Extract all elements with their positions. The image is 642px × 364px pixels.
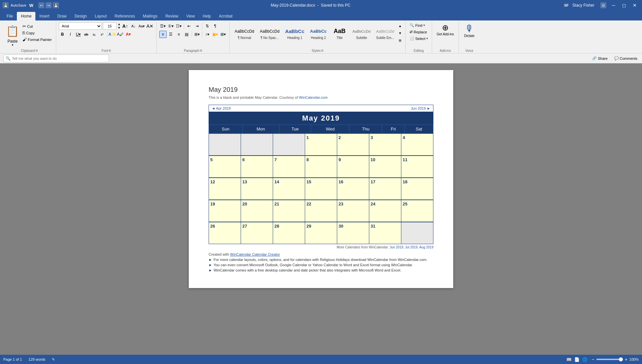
sort-button[interactable]: ⇅ (204, 22, 211, 30)
font-family-selector[interactable]: Arial (59, 22, 102, 30)
subscript-button[interactable]: x₂ (91, 31, 98, 38)
columns-button[interactable]: ⊞▾ (193, 31, 201, 38)
show-marks-button[interactable]: ¶ (212, 22, 219, 30)
font-size-shrink-button[interactable]: ▼ (118, 26, 121, 30)
align-left-button[interactable]: ≡ (159, 31, 167, 38)
para-expand-icon[interactable]: ⧉ (200, 49, 202, 53)
tab-layout[interactable]: Layout (91, 12, 111, 20)
status-left: Page 1 of 1 129 words ✎ (3, 357, 55, 362)
zoom-out-button[interactable]: − (591, 357, 594, 362)
copy-button[interactable]: ⎘ Copy (21, 30, 53, 36)
style-title[interactable]: AaB Title (330, 25, 349, 41)
style-nospace-label: ¶ No Spac... (261, 36, 279, 40)
courtesy-link[interactable]: WinCalendar.com (299, 95, 328, 99)
search-input[interactable] (12, 56, 107, 60)
text-effects-button[interactable]: A✨ (109, 31, 116, 38)
font-size-grow-button[interactable]: ▲ (118, 22, 121, 26)
font-grow-button[interactable]: A↑ (122, 22, 129, 30)
multilevel-button[interactable]: ☷▾ (175, 22, 182, 30)
tab-help[interactable]: Help (199, 12, 215, 20)
tab-home[interactable]: Home (17, 12, 35, 20)
zoom-in-button[interactable]: + (625, 357, 627, 362)
jun2019-link[interactable]: Jun 2019 (390, 245, 403, 249)
zoom-slider[interactable] (596, 359, 623, 360)
read-mode-button[interactable]: 📖 (566, 356, 572, 363)
cut-button[interactable]: ✂ Cut (21, 23, 53, 29)
redo-icon[interactable]: ↪ (46, 2, 52, 8)
styles-scroll-down[interactable]: ▼ (397, 30, 403, 36)
created-link[interactable]: WinCalendar Calendar Creator (230, 252, 280, 256)
get-addins-button[interactable]: ⊕ Get Add-ins (435, 22, 456, 37)
bold-button[interactable]: B (59, 31, 66, 38)
table-row: 1 (305, 134, 337, 156)
comments-button[interactable]: 💬 Comments (613, 55, 639, 61)
dictate-button[interactable]: 🎙 Dictate (461, 22, 477, 38)
paste-dropdown[interactable]: ▼ (11, 44, 14, 47)
underline-button[interactable]: U▾ (75, 31, 82, 38)
style-nospace[interactable]: AaBbCcDd ¶ No Spac... (258, 25, 282, 41)
decrease-indent-button[interactable]: ⇤ (185, 22, 193, 30)
tab-acrobat[interactable]: Acrobat (215, 12, 236, 20)
style-heading1-label: Heading 1 (287, 36, 302, 40)
share-button[interactable]: 🔗 Share (591, 55, 609, 61)
tab-view[interactable]: View (182, 12, 199, 20)
style-heading2[interactable]: AaBbCc Heading 2 (308, 25, 329, 41)
tab-insert[interactable]: Insert (35, 12, 53, 20)
undo-icon[interactable]: ↩ (38, 2, 44, 8)
styles-expand[interactable]: ⊞ (397, 37, 403, 44)
superscript-button[interactable]: x² (99, 31, 106, 38)
find-button[interactable]: 🔍 Find ▾ (408, 22, 429, 28)
font-shrink-button[interactable]: A↓ (130, 22, 137, 30)
increase-indent-button[interactable]: ⇥ (193, 22, 201, 30)
right-tools: 🔗 Share 💬 Comments (591, 55, 639, 61)
styles-container: AaBbCcDd ¶ Normal AaBbCcDd ¶ No Spac... … (232, 22, 403, 44)
style-title-label: Title (337, 36, 343, 40)
style-subtitle[interactable]: AaBbCcDd Subtitle (350, 25, 373, 41)
aug2019-link[interactable]: Aug 2019 (419, 245, 433, 249)
justify-button[interactable]: ▤ (183, 31, 190, 38)
font-size-input[interactable] (103, 22, 117, 30)
title-bar-left: 💾 AutoSave W ↩ ↪ 💾 (3, 2, 59, 8)
style-subtleem[interactable]: AaBbCcDd Subtle Em... (374, 25, 396, 41)
format-painter-button[interactable]: 🖌 Format Painter (21, 36, 53, 43)
replace-button[interactable]: ⇄ Replace (408, 29, 429, 35)
clear-format-button[interactable]: A✕ (146, 22, 154, 30)
styles-expand-icon[interactable]: ⧉ (321, 49, 323, 53)
next-month-link[interactable]: Jun 2019 ► (411, 106, 430, 110)
font-color-button[interactable]: A▾ (125, 31, 132, 38)
bullets-button[interactable]: ☰▾ (159, 22, 167, 30)
web-layout-button[interactable]: 🌐 (582, 356, 588, 363)
case-button[interactable]: Aa▾ (138, 22, 145, 30)
share-icon: 🔗 (592, 56, 597, 60)
align-center-button[interactable]: ☰ (167, 31, 175, 38)
tab-file[interactable]: File (3, 12, 17, 20)
tab-draw[interactable]: Draw (53, 12, 70, 20)
paste-button[interactable]: 📋 Paste ▼ (5, 22, 20, 47)
align-right-button[interactable]: ≡ (175, 31, 182, 38)
tab-design[interactable]: Design (70, 12, 91, 20)
tab-references[interactable]: References (111, 12, 139, 20)
line-spacing-button[interactable]: ↕▾ (204, 31, 211, 38)
tab-review[interactable]: Review (161, 12, 182, 20)
italic-button[interactable]: I (67, 31, 74, 38)
text-highlight-button[interactable]: A🖊 (117, 31, 124, 38)
select-button[interactable]: ⬜ Select ▾ (408, 36, 429, 41)
style-normal[interactable]: AaBbCcDd ¶ Normal (232, 25, 257, 41)
clipboard-expand-icon[interactable]: ⧉ (36, 49, 38, 53)
prev-month-link[interactable]: ◄ Apr 2019 (212, 106, 231, 110)
print-layout-button[interactable]: 📄 (574, 356, 580, 363)
jul2019-link[interactable]: Jul 2019 (405, 245, 418, 249)
font-expand-icon[interactable]: ⧉ (109, 49, 111, 53)
tab-mailings[interactable]: Mailings (139, 12, 161, 20)
shading-button[interactable]: ▣▾ (212, 31, 219, 38)
close-button[interactable]: ✕ (630, 2, 639, 8)
numbering-button[interactable]: ①▾ (167, 22, 175, 30)
restore-button[interactable]: ◻ (620, 2, 629, 8)
border-button[interactable]: ⊞▾ (220, 31, 227, 38)
styles-scroll-up[interactable]: ▲ (397, 22, 403, 29)
save-icon[interactable]: 💾 (53, 2, 59, 8)
strikethrough-button[interactable]: ab (83, 31, 90, 38)
style-heading1[interactable]: AaBbCc Heading 1 (283, 25, 306, 41)
ribbon-collapse-icon[interactable]: ⊟ (600, 2, 606, 8)
minimize-button[interactable]: ─ (609, 2, 618, 8)
